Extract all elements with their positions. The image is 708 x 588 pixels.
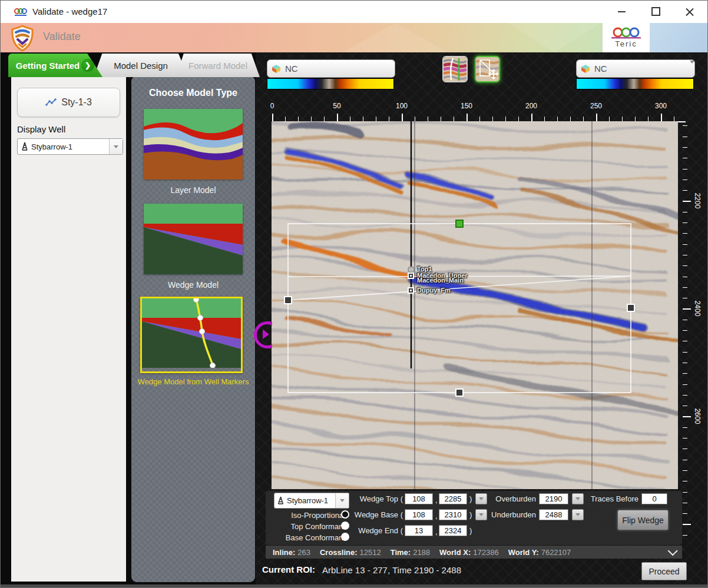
close-button[interactable] <box>675 1 704 22</box>
paren: ) <box>469 526 472 535</box>
chevron-down-icon <box>340 499 345 502</box>
underburden-dropdown-button[interactable] <box>572 509 584 520</box>
seismic-canvas[interactable]: Top1Macedon_UpperMacedon_MainDupuy_Fm <box>272 121 678 489</box>
underburden-input[interactable] <box>539 509 568 520</box>
wedge-end-time-input[interactable] <box>439 525 467 536</box>
ruler-tick <box>683 492 687 493</box>
wedge-end-trace-input[interactable] <box>405 525 433 536</box>
wedge-top-label: Wedge Top ( <box>360 494 403 503</box>
wedge-well-select[interactable]: Stybarrow-1 <box>274 493 349 509</box>
chevron-down-icon <box>114 145 118 148</box>
ruler-tick <box>683 190 687 191</box>
status-world-x: World X:172386 <box>439 548 499 557</box>
ruler-tick <box>389 117 389 121</box>
current-roi-value: ArbLine 13 - 277, Time 2190 - 2488 <box>322 565 461 575</box>
ruler-tick <box>683 255 687 255</box>
choose-model-panel: Choose Model Type Layer Model Wedge Mode… <box>131 76 255 582</box>
radio-iso-proportional[interactable] <box>341 510 349 519</box>
well-derrick-icon <box>21 142 29 151</box>
ruler-tick <box>492 117 493 121</box>
ruler-tick <box>479 117 480 121</box>
ruler-tick <box>683 384 687 385</box>
well-marker-layer: Top1Macedon_UpperMacedon_MainDupuy_Fm <box>272 121 678 489</box>
ruler-tick <box>683 341 687 341</box>
overburden-input[interactable] <box>539 493 568 504</box>
close-icon <box>686 8 694 16</box>
wedge-base-time-input[interactable] <box>439 509 467 520</box>
wedge-model-thumbnail[interactable] <box>144 204 243 274</box>
wedge-top-dropdown-button[interactable] <box>475 493 487 504</box>
wedge-top-time-input[interactable] <box>439 493 467 504</box>
ruler-tick <box>376 117 376 121</box>
layer-model-caption: Layer Model <box>131 185 255 195</box>
ruler-tick <box>683 481 687 481</box>
volume-cube-icon <box>272 64 282 74</box>
chevron-down-icon <box>575 513 580 516</box>
flip-wedge-button[interactable]: Flip Wedge <box>617 510 669 530</box>
tab-model-design[interactable]: Model Design <box>94 54 188 77</box>
ruler-label: 250 <box>590 102 602 110</box>
ruler-tick <box>683 244 687 245</box>
ruler-tick <box>583 117 584 121</box>
radio-label: Base Conformant <box>286 533 345 542</box>
tab-label: Forward Model <box>188 61 247 71</box>
ruler-tick <box>505 117 506 121</box>
ruler-tick <box>683 373 687 374</box>
right-volume-select[interactable]: NC <box>576 59 695 78</box>
right-colorbar[interactable] <box>576 78 694 89</box>
ruler-tick <box>596 114 597 121</box>
wedge-from-markers-image <box>142 298 241 368</box>
ruler-tick <box>683 308 691 310</box>
wedge-top-trace-input[interactable] <box>405 493 433 504</box>
geoteric-logo: Teric <box>603 23 650 52</box>
ruler-tick <box>285 117 286 121</box>
status-time: Time:2188 <box>391 548 430 557</box>
header-facet <box>342 23 448 52</box>
wedge-base-dropdown-button[interactable] <box>475 509 487 520</box>
geoteric-logo-icon <box>611 27 641 39</box>
display-well-select[interactable]: Stybarrow-1 <box>17 138 123 155</box>
ruler-label: 150 <box>461 102 472 110</box>
tab-getting-started[interactable]: Getting Started ❯ <box>8 54 102 77</box>
left-colorbar[interactable] <box>267 78 394 89</box>
radio-label: Top Conformant <box>291 522 346 531</box>
tab-forward-model[interactable]: Forward Model <box>176 54 260 77</box>
well-section-view-button[interactable] <box>442 56 468 82</box>
left-volume-select[interactable]: NC <box>267 59 395 78</box>
radio-top-conformant[interactable] <box>341 521 349 530</box>
select-arrow[interactable] <box>690 64 694 74</box>
select-arrow[interactable] <box>109 139 123 154</box>
traces-before-input[interactable] <box>641 493 667 504</box>
ruler-tick <box>683 169 687 170</box>
layer-model-thumbnail[interactable] <box>144 109 243 180</box>
ruler-tick <box>683 352 687 353</box>
proceed-button[interactable]: Proceed <box>641 562 687 580</box>
traces-before-label: Traces Before <box>591 494 638 503</box>
maximize-button[interactable] <box>641 1 670 22</box>
select-arrow[interactable] <box>335 493 349 508</box>
wedge-base-trace-input[interactable] <box>405 509 433 520</box>
well-marker-square[interactable] <box>408 273 414 279</box>
well-marker-square[interactable] <box>408 287 414 294</box>
ruler-tick <box>622 117 623 121</box>
ruler-tick <box>683 449 687 449</box>
chevron-down-icon <box>479 513 484 516</box>
wedge-from-markers-thumbnail[interactable] <box>140 297 243 373</box>
ruler-tick <box>272 114 273 121</box>
ruler-tick <box>683 147 687 148</box>
minimize-button[interactable] <box>607 1 636 22</box>
expand-panel-handle[interactable] <box>254 321 272 349</box>
paren: ) <box>469 510 472 519</box>
status-world-y: World Y:7622107 <box>508 548 571 557</box>
overburden-dropdown-button[interactable] <box>572 493 584 504</box>
roi-edit-button[interactable] <box>475 56 500 82</box>
comma: , <box>435 511 438 520</box>
well-section-icon <box>444 57 467 81</box>
collapse-chevron-icon[interactable] <box>668 546 678 556</box>
wedge-model-image <box>144 204 243 274</box>
validate-shield-icon <box>10 25 35 52</box>
well-log-button[interactable]: Sty-1-3 <box>17 88 120 117</box>
comma: , <box>435 496 438 504</box>
radio-base-conformant[interactable] <box>341 533 349 541</box>
brand-name: Teric <box>615 39 637 48</box>
